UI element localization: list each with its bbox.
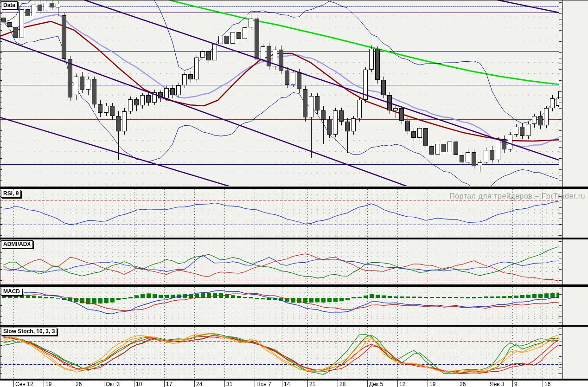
x-axis-label: 28 (339, 381, 345, 387)
panel-title-rsi[interactable]: RSI, 9 (1, 190, 21, 198)
x-axis-label: 16 (544, 381, 550, 387)
x-axis-label: 14 (284, 381, 290, 387)
panel-title-data[interactable]: Data (1, 1, 18, 9)
x-axis-label: 19 (45, 381, 51, 387)
x-axis-label: 26 (76, 381, 82, 387)
x-axis-label: 17 (166, 381, 172, 387)
macd-plot-area[interactable] (0, 287, 561, 325)
x-axis-label: Ноя 7 (256, 381, 271, 387)
x-axis-label: Янв 3 (490, 381, 505, 387)
panel-title-stoch[interactable]: Slow Stoch, 10, 3, 3 (1, 328, 57, 335)
chart-window: Data RSI, 9 ADMI/ADX MACD Slow Stoch, 10… (0, 0, 588, 387)
x-axis-label: 9 (514, 381, 518, 387)
x-axis-label: Дек 5 (369, 381, 383, 387)
x-axis-label: 24 (196, 381, 202, 387)
x-axis-label: 31 (226, 381, 232, 387)
x-axis-label: 10 (136, 381, 142, 387)
x-axis-label: 21 (309, 381, 315, 387)
x-axis-label: 19 (429, 381, 435, 387)
rsi-plot-area[interactable] (0, 189, 561, 237)
stoch-plot-area[interactable] (0, 327, 561, 378)
panel-title-adx[interactable]: ADMI/ADX (1, 240, 33, 248)
x-axis-label: 26 (460, 381, 466, 387)
x-axis-label: Сен 12 (15, 381, 33, 387)
x-axis: Сен 121926Окт 310172431Ноя 7142128Дек 51… (0, 380, 588, 387)
main-chart-plot-area[interactable] (0, 0, 561, 186)
price-axis-labels: 0.076690.076010.075000.071610.070000.067… (563, 0, 588, 380)
panel-title-macd[interactable]: MACD (1, 288, 22, 296)
adx-plot-area[interactable] (0, 239, 561, 284)
x-axis-label: 12 (399, 381, 405, 387)
x-axis-label: Окт 3 (106, 381, 120, 387)
